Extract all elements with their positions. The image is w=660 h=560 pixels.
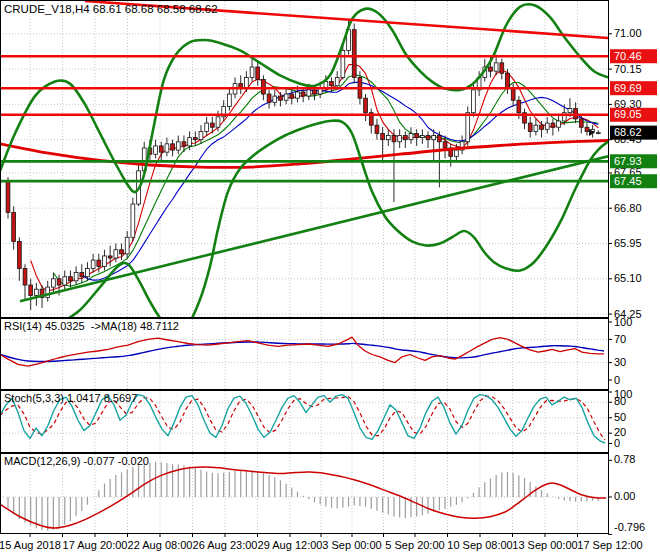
svg-text:70: 70: [614, 333, 626, 345]
svg-text:30: 30: [614, 356, 626, 368]
svg-text:0.00: 0.00: [614, 490, 635, 502]
svg-text:-0.796: -0.796: [614, 521, 645, 533]
rsi-panel-area[interactable]: [0, 319, 608, 389]
svg-text:70.46: 70.46: [614, 50, 642, 62]
svg-text:29 Aug 12:00: 29 Aug 12:00: [258, 539, 323, 551]
svg-text:67.45: 67.45: [614, 175, 642, 187]
svg-text:17 Sep 12:00: 17 Sep 12:00: [577, 539, 642, 551]
svg-text:26 Aug 23:00: 26 Aug 23:00: [193, 539, 258, 551]
mt4-chart-window: 71.0070.1569.3068.4567.6566.8065.9565.10…: [0, 0, 660, 560]
svg-text:100: 100: [614, 316, 632, 328]
svg-text:50: 50: [614, 411, 626, 423]
svg-text:71.00: 71.00: [614, 27, 642, 39]
svg-text:69.05: 69.05: [614, 108, 642, 120]
svg-text:5 Sep 20:00: 5 Sep 20:00: [385, 539, 444, 551]
chart-canvas[interactable]: 71.0070.1569.3068.4567.6566.8065.9565.10…: [0, 0, 660, 560]
svg-text:15 Aug 2018: 15 Aug 2018: [0, 539, 61, 551]
svg-text:0: 0: [614, 374, 620, 386]
svg-text:69.69: 69.69: [614, 82, 642, 94]
svg-text:0.78: 0.78: [614, 453, 635, 465]
svg-text:65.95: 65.95: [614, 237, 642, 249]
svg-text:22 Aug 08:00: 22 Aug 08:00: [128, 539, 193, 551]
svg-text:0: 0: [614, 437, 620, 449]
svg-text:13 Sep 00:00: 13 Sep 00:00: [512, 539, 577, 551]
svg-text:67.93: 67.93: [614, 155, 642, 167]
svg-text:17 Aug 20:00: 17 Aug 20:00: [63, 539, 128, 551]
svg-text:70.15: 70.15: [614, 63, 642, 75]
svg-text:68.62: 68.62: [614, 126, 642, 138]
price-axis[interactable]: 71.0070.1569.3068.4567.6566.8065.9565.10…: [608, 27, 645, 534]
time-axis[interactable]: 15 Aug 201817 Aug 20:0022 Aug 08:0026 Au…: [0, 534, 643, 551]
svg-text:65.10: 65.10: [614, 272, 642, 284]
svg-text:66.80: 66.80: [614, 202, 642, 214]
svg-text:10 Sep 08:00: 10 Sep 08:00: [447, 539, 512, 551]
svg-text:80: 80: [614, 395, 626, 407]
macd-panel-area[interactable]: [0, 454, 608, 533]
svg-text:3 Sep 00:00: 3 Sep 00:00: [322, 539, 381, 551]
